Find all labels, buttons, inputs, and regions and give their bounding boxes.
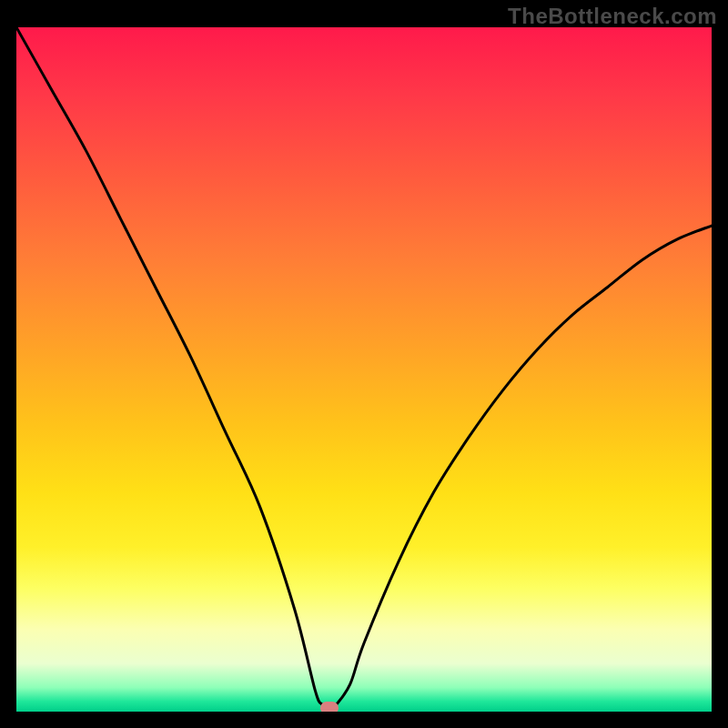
watermark-text: TheBottleneck.com (508, 4, 717, 29)
bottleneck-curve-line (16, 27, 712, 712)
chart-frame: TheBottleneck.com (0, 0, 728, 728)
min-marker (320, 702, 339, 712)
curve-svg (16, 27, 712, 712)
plot-area (16, 27, 712, 712)
